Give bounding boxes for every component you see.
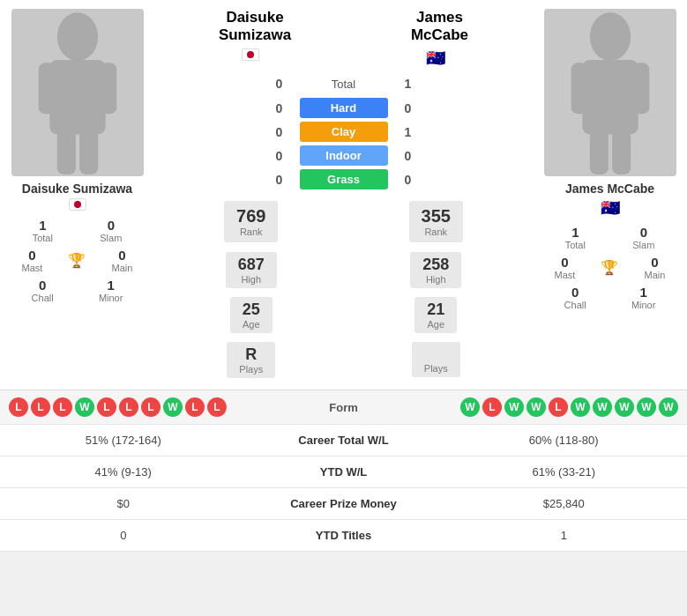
center-player1-name: Daisuke Sumizawa: [219, 9, 291, 44]
player2-chall: 0 Chall: [564, 285, 586, 310]
player1-photo: [11, 9, 144, 176]
player2-form: WLWWLWWWWW: [388, 397, 679, 417]
form-label: Form: [300, 401, 388, 414]
player1-name: Daisuke Sumizawa: [22, 182, 132, 196]
total-row: 0 Total 1: [266, 77, 422, 91]
player1-flag: [69, 198, 86, 211]
form-badge: W: [75, 397, 94, 417]
svg-rect-8: [571, 63, 587, 114]
form-section: LLLWLLLWLL Form WLWWLWWWWW: [0, 390, 687, 424]
center-player1-flag: [242, 48, 259, 61]
player1-main: 0 Main: [112, 248, 133, 273]
form-badge: W: [571, 397, 590, 417]
surface-row-grass: 0 Grass 0: [266, 169, 422, 189]
form-badge: W: [504, 397, 524, 417]
player1-age-box: 25 Age: [230, 297, 273, 333]
form-badge: L: [482, 397, 502, 417]
player1-slam: 0 Slam: [100, 218, 122, 243]
form-badge: W: [615, 397, 634, 417]
player1-mast: 0 Mast: [22, 248, 43, 273]
center-stats-area: Daisuke Sumizawa James McCabe 🇦🇺 0 Total…: [154, 0, 533, 390]
svg-rect-1: [49, 60, 105, 134]
center-player2-flag: 🇦🇺: [426, 48, 445, 68]
player1-minor: 1 Minor: [99, 278, 123, 303]
svg-rect-11: [612, 130, 631, 174]
stats-row: $0 Career Prize Money $25,840: [0, 487, 687, 519]
stats-table: 51% (172-164) Career Total W/L 60% (118-…: [0, 424, 687, 552]
form-badge: L: [9, 397, 28, 417]
svg-rect-9: [632, 63, 649, 114]
player1-plays-box: R Plays: [227, 342, 275, 378]
form-badge: W: [659, 397, 678, 417]
form-badge: W: [593, 397, 612, 417]
form-badge: L: [549, 397, 568, 417]
player2-mast: 0 Mast: [555, 255, 576, 280]
player2-trophy-icon: 🏆: [601, 259, 618, 276]
player1-form: LLLWLLLWLL: [9, 397, 300, 417]
player2-age-box: 21 Age: [414, 297, 457, 333]
form-badge: L: [185, 397, 205, 417]
player1-high-box: 687 High: [226, 252, 277, 288]
svg-rect-7: [582, 60, 638, 134]
surface-row-indoor: 0 Indoor 0: [266, 145, 422, 166]
player2-total: 1 Total: [565, 225, 586, 250]
player2-area: James McCabe 🇦🇺 1 Total 0 Slam 0 Mast: [533, 0, 687, 390]
form-badge: L: [207, 397, 227, 417]
center-player2-name: James McCabe: [411, 9, 468, 44]
player1-total: 1 Total: [33, 218, 53, 243]
svg-rect-4: [56, 130, 75, 174]
player2-flag: 🇦🇺: [601, 198, 620, 218]
form-badge: W: [637, 397, 656, 417]
surface-rows: 0 Hard 0 0 Clay 1 0 Indoor 0 0 Grass 0: [266, 94, 422, 193]
player1-trophy-icon: 🏆: [68, 252, 86, 269]
stats-row: 51% (172-164) Career Total W/L 60% (118-…: [0, 424, 687, 456]
form-badge: W: [526, 397, 546, 417]
player2-high-box: 258 High: [410, 252, 461, 288]
svg-rect-5: [79, 130, 98, 174]
player2-plays-box: Plays: [412, 342, 460, 377]
svg-point-6: [589, 12, 630, 61]
stats-row: 41% (9-13) YTD W/L 61% (33-21): [0, 456, 687, 487]
player1-rank-box: 769 Rank: [224, 201, 278, 242]
form-badge: L: [53, 397, 72, 417]
form-badge: L: [31, 397, 50, 417]
player2-rank-box: 355 Rank: [409, 201, 463, 242]
player2-slam: 0 Slam: [632, 225, 654, 250]
player2-name: James McCabe: [565, 182, 654, 196]
svg-rect-2: [38, 63, 55, 114]
surface-row-clay: 0 Clay 1: [266, 122, 422, 142]
player2-main: 0 Main: [645, 255, 666, 280]
form-badge: W: [460, 397, 480, 417]
player1-area: Daisuke Sumizawa 1 Total 0 Slam 0 Mast: [0, 0, 154, 390]
player2-minor: 1 Minor: [631, 285, 656, 310]
svg-rect-3: [100, 63, 116, 114]
svg-point-0: [56, 12, 97, 61]
player2-photo: [544, 9, 676, 176]
player1-chall: 0 Chall: [32, 278, 54, 303]
form-badge: L: [97, 397, 116, 417]
player-comparison: Daisuke Sumizawa 1 Total 0 Slam 0 Mast: [0, 0, 687, 390]
form-badge: L: [141, 397, 161, 417]
form-badge: W: [163, 397, 183, 417]
svg-rect-10: [589, 130, 608, 174]
stats-row: 0 YTD Titles 1: [0, 519, 687, 552]
form-badge: L: [119, 397, 138, 417]
surface-row-hard: 0 Hard 0: [266, 98, 422, 118]
